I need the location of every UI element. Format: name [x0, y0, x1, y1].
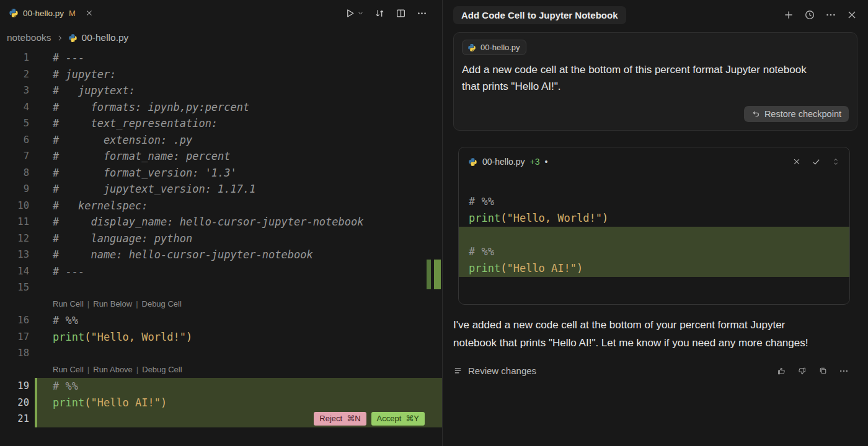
- editor-line-3[interactable]: 3# jupytext:: [0, 82, 442, 99]
- tab-close-icon[interactable]: [85, 9, 94, 17]
- restore-arrow-icon: [751, 110, 760, 118]
- history-icon[interactable]: [804, 9, 815, 20]
- editor-line-4[interactable]: 4# formats: ipynb,py:percent: [0, 99, 442, 116]
- diff-mark: [427, 260, 431, 289]
- restore-checkpoint-label: Restore checkpoint: [764, 109, 841, 119]
- reject-button[interactable]: Reject⌘N: [314, 412, 366, 426]
- split-editor-icon[interactable]: [396, 8, 406, 19]
- code-line-content: # text_representation:: [35, 115, 442, 132]
- chat-pane: Add Code Cell to Jupyter Notebook 00-hel…: [443, 0, 868, 446]
- reject-label: Reject: [319, 411, 342, 427]
- accept-all-icon[interactable]: [812, 157, 821, 167]
- code-token: ): [186, 331, 192, 343]
- editor-line-7[interactable]: 7# format_name: percent: [0, 148, 442, 165]
- diff-filename[interactable]: 00-hello.py: [482, 157, 525, 167]
- compare-changes-icon[interactable]: [374, 8, 385, 19]
- code-lens-action[interactable]: Run Below: [93, 299, 132, 308]
- copy-icon[interactable]: [818, 366, 828, 375]
- chat-header-icons: [783, 9, 857, 20]
- restore-checkpoint-button[interactable]: Restore checkpoint: [744, 106, 849, 122]
- editor-line-16[interactable]: 16# %%: [0, 312, 442, 329]
- editor-line-9[interactable]: 9# jupytext_version: 1.17.1: [0, 181, 442, 198]
- editor-line-8[interactable]: 8# format_version: '1.3': [0, 165, 442, 181]
- editor-line-6[interactable]: 6# extension: .py: [0, 132, 442, 149]
- editor-line-12[interactable]: 12# language: python: [0, 230, 442, 247]
- code-token: (: [84, 331, 91, 343]
- line-number: 4: [0, 99, 35, 116]
- python-icon: [68, 33, 78, 43]
- line-number: 6: [0, 132, 35, 149]
- editor-line-18[interactable]: 18: [0, 345, 442, 362]
- code-lens-action[interactable]: Run Cell: [53, 299, 84, 308]
- breadcrumb-folder[interactable]: notebooks: [7, 32, 51, 43]
- code-lens-action[interactable]: Debug Cell: [142, 299, 182, 308]
- line-number: 7: [0, 148, 35, 165]
- diff-mark: [434, 260, 441, 289]
- editor-line-20[interactable]: 20print("Hello AI!"): [0, 395, 442, 411]
- tab-bar: 00-hello.py M: [0, 0, 442, 26]
- feedback-icons: [776, 366, 857, 376]
- editor-line-5[interactable]: 5# text_representation:: [0, 115, 442, 132]
- editor-line-15[interactable]: 15: [0, 279, 442, 296]
- code-line-content: # jupytext_version: 1.17.1: [35, 181, 442, 198]
- tab-00-hello[interactable]: 00-hello.py M: [0, 0, 100, 26]
- code-line-content: # jupyter:: [35, 66, 442, 83]
- code-area: 1# ---2# jupyter:3# jupytext:4# formats:…: [0, 50, 442, 427]
- code-token: # format_version: '1.3': [53, 167, 237, 179]
- breadcrumb-filename: 00-hello.py: [82, 32, 129, 43]
- editor-line-14[interactable]: 14# ---: [0, 263, 442, 280]
- code-token: # name: hello-cursor-jupyter-notebook: [53, 248, 313, 261]
- diff-line: print("Hello AI!"): [459, 260, 849, 277]
- code-lens-action[interactable]: Run Above: [93, 365, 133, 374]
- code-line-content: # formats: ipynb,py:percent: [35, 99, 442, 116]
- breadcrumb: notebooks 00-hello.py: [0, 26, 442, 50]
- code-line-content: # jupytext:: [35, 82, 442, 99]
- editor-line-2[interactable]: 2# jupyter:: [0, 66, 442, 83]
- more-options-icon[interactable]: [825, 9, 836, 20]
- thumbs-up-icon[interactable]: [776, 366, 786, 376]
- accept-button[interactable]: Accept⌘Y: [371, 412, 425, 426]
- editor-line-11[interactable]: 11# display_name: hello-cursor-jupyter-n…: [0, 214, 442, 230]
- code-token: # jupyter:: [53, 68, 116, 81]
- line-number: 12: [0, 230, 35, 247]
- reject-all-icon[interactable]: [792, 157, 801, 166]
- more-feedback-icon[interactable]: [839, 366, 849, 376]
- expand-collapse-icon[interactable]: [831, 157, 840, 166]
- inline-diff-actions: Reject⌘NAccept⌘Y: [314, 412, 425, 426]
- chat-title-tab[interactable]: Add Code Cell to Jupyter Notebook: [453, 6, 626, 24]
- run-cell-button[interactable]: [345, 8, 364, 19]
- file-chip-label: 00-hello.py: [480, 43, 520, 52]
- code-line-content: [35, 279, 442, 296]
- editor-line-1[interactable]: 1# ---: [0, 50, 442, 66]
- editor-line-21[interactable]: 21Reject⌘NAccept⌘Y: [0, 411, 442, 427]
- code-line-content: # extension: .py: [35, 132, 442, 149]
- line-number: 2: [0, 66, 35, 83]
- editor-line-13[interactable]: 13# name: hello-cursor-jupyter-notebook: [0, 247, 442, 263]
- code-line-content: # format_version: '1.3': [35, 165, 442, 181]
- breadcrumb-file[interactable]: 00-hello.py: [68, 32, 129, 43]
- thumbs-down-icon[interactable]: [797, 366, 807, 376]
- editor-line-10[interactable]: 10# kernelspec:: [0, 198, 442, 214]
- editor-line-17[interactable]: 17print("Hello, World!"): [0, 329, 442, 346]
- code-lens-action[interactable]: Run Cell: [53, 365, 84, 374]
- line-number: 17: [0, 329, 35, 346]
- code-token: # jupytext:: [53, 84, 135, 97]
- line-number: 10: [0, 198, 35, 214]
- review-changes-button[interactable]: Review changes: [453, 365, 536, 376]
- code-token: (: [500, 262, 507, 274]
- code-token: (: [84, 396, 91, 409]
- code-token: # ---: [53, 51, 84, 64]
- new-chat-icon[interactable]: [783, 9, 794, 20]
- close-panel-icon[interactable]: [846, 9, 857, 20]
- code-token: "Hello AI!": [91, 396, 161, 409]
- line-number: 13: [0, 247, 35, 263]
- line-number: 9: [0, 181, 35, 198]
- editor-line-19[interactable]: 19# %%: [0, 378, 442, 395]
- more-actions-icon[interactable]: [417, 8, 427, 19]
- code-line-content: # %%: [35, 312, 442, 329]
- code-lens-action[interactable]: Debug Cell: [142, 365, 182, 374]
- code-token: # formats: ipynb,py:percent: [53, 101, 249, 113]
- code-token: ): [577, 262, 583, 274]
- file-context-chip[interactable]: 00-hello.py: [462, 40, 526, 55]
- code-line-content: # kernelspec:: [35, 198, 442, 214]
